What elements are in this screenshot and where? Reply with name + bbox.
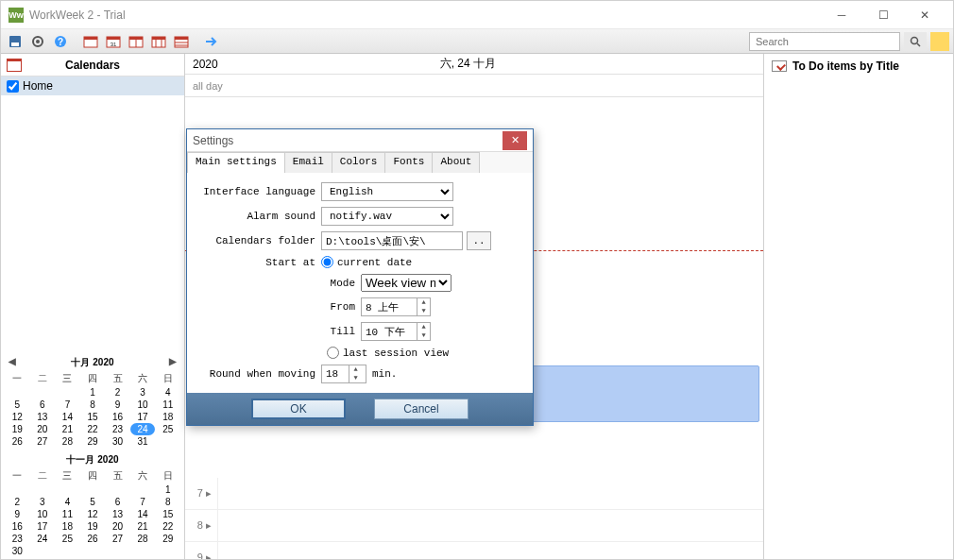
hour-row[interactable]: 8 ▸ [185,510,763,542]
round-input[interactable] [322,365,349,382]
day-cell[interactable]: 14 [130,508,156,520]
day-cell[interactable] [130,484,156,496]
day-cell[interactable]: 26 [5,435,30,448]
calendar-month-icon[interactable] [171,31,192,52]
hour-row[interactable]: 7 ▸ [185,478,763,510]
help-icon[interactable]: ? [50,31,71,52]
round-down[interactable]: ▼ [349,374,362,382]
maximize-button[interactable]: ☐ [862,2,904,28]
day-cell[interactable]: 18 [55,520,80,533]
day-cell[interactable]: 24 [130,423,156,435]
day-cell[interactable] [105,484,130,496]
day-cell[interactable]: 9 [5,508,30,520]
day-cell[interactable]: 20 [105,520,130,533]
day-cell[interactable]: 29 [80,435,106,448]
day-cell[interactable]: 11 [155,399,180,411]
day-cell[interactable]: 3 [30,496,56,508]
day-cell[interactable]: 29 [155,533,180,545]
day-cell[interactable]: 26 [80,533,106,545]
day-cell[interactable]: 15 [80,411,106,423]
day-cell[interactable] [80,545,106,557]
day-cell[interactable]: 4 [155,386,180,399]
day-cell[interactable]: 21 [130,520,156,533]
day-cell[interactable]: 31 [130,435,156,448]
day-cell[interactable]: 4 [55,496,80,508]
day-cell[interactable] [30,545,56,557]
close-button[interactable]: ✕ [904,2,945,28]
day-cell[interactable]: 2 [105,386,130,399]
save-icon[interactable] [5,31,26,52]
day-cell[interactable] [30,386,56,399]
day-cell[interactable] [155,545,180,557]
day-cell[interactable]: 5 [5,399,30,411]
day-cell[interactable]: 23 [105,423,130,435]
day-cell[interactable]: 21 [55,423,80,435]
day-cell[interactable]: 28 [55,435,80,448]
current-date-radio[interactable] [321,256,333,268]
till-input[interactable] [362,323,417,340]
search-button[interactable] [904,32,927,51]
hour-row[interactable]: 9 ▸ [185,542,763,559]
calendar-view2-icon[interactable] [148,31,169,52]
arrow-right-icon[interactable] [201,31,222,52]
day-cell[interactable]: 22 [80,423,106,435]
day-cell[interactable] [155,435,180,448]
day-cell[interactable]: 28 [130,533,156,545]
round-up[interactable]: ▲ [349,365,362,374]
day-cell[interactable]: 5 [80,496,106,508]
day-cell[interactable] [80,484,106,496]
day-cell[interactable]: 7 [55,399,80,411]
day-cell[interactable] [5,386,30,399]
from-down[interactable]: ▼ [417,307,430,315]
day-cell[interactable]: 19 [5,423,30,435]
language-select[interactable]: English [321,182,453,201]
prev-month-icon[interactable]: ◀ [9,356,16,366]
day-cell[interactable]: 16 [5,520,30,533]
day-cell[interactable]: 6 [105,496,130,508]
from-input[interactable] [362,298,417,315]
ok-button[interactable]: OK [251,399,346,419]
day-cell[interactable]: 8 [80,399,106,411]
last-session-radio[interactable] [327,347,339,359]
day-cell[interactable]: 6 [30,399,56,411]
calendar-view1-icon[interactable] [126,31,146,52]
tab-fonts[interactable]: Fonts [384,152,433,173]
day-cell[interactable]: 1 [155,484,180,496]
day-cell[interactable] [30,484,56,496]
day-cell[interactable]: 13 [105,508,130,520]
next-month-icon[interactable]: ▶ [169,356,177,366]
folder-input[interactable] [321,231,463,250]
day-cell[interactable]: 25 [155,423,180,435]
from-up[interactable]: ▲ [417,298,430,307]
calendar-checkbox[interactable] [7,80,19,93]
all-day-row[interactable]: all day [185,75,763,97]
day-cell[interactable] [55,484,80,496]
calendar-31-icon[interactable]: 31 [103,31,124,52]
till-down[interactable]: ▼ [417,331,430,340]
calendar-item[interactable]: Home [1,76,184,95]
day-cell[interactable]: 7 [130,496,156,508]
day-cell[interactable]: 11 [55,508,80,520]
day-cell[interactable]: 27 [30,435,56,448]
day-cell[interactable]: 3 [130,386,156,399]
day-cell[interactable] [5,484,30,496]
dialog-close-button[interactable]: ✕ [503,131,527,150]
browse-button[interactable]: .. [467,231,491,250]
day-cell[interactable] [55,545,80,557]
day-cell[interactable]: 24 [30,533,56,545]
calendar-today-icon[interactable] [80,31,101,52]
day-cell[interactable]: 9 [105,399,130,411]
cancel-button[interactable]: Cancel [374,399,468,419]
day-cell[interactable]: 30 [105,435,130,448]
day-cell[interactable]: 1 [80,386,106,399]
day-cell[interactable]: 22 [155,520,180,533]
till-up[interactable]: ▲ [417,323,430,331]
tab-main-settings[interactable]: Main settings [187,152,285,173]
day-cell[interactable]: 10 [30,508,56,520]
alarm-select[interactable]: notify.wav [321,207,453,226]
day-cell[interactable] [55,386,80,399]
day-cell[interactable]: 25 [55,533,80,545]
day-cell[interactable]: 12 [80,508,106,520]
day-cell[interactable]: 16 [105,411,130,423]
tab-email[interactable]: Email [284,152,332,173]
